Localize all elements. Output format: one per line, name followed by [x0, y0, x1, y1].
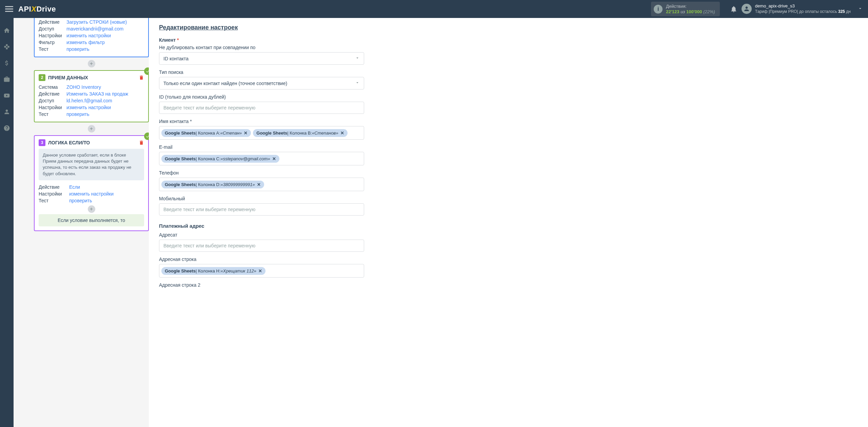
avatar-icon	[742, 4, 752, 14]
label-settings: Настройки	[39, 191, 69, 197]
tag-remove-icon[interactable]: ✕	[244, 130, 248, 136]
id-label: ID (только для поиска дублей)	[159, 94, 858, 100]
dup-value: ID контакта	[163, 56, 189, 61]
id-input[interactable]: Введите текст или выберите переменную	[159, 102, 364, 114]
add-step-button[interactable]: +	[88, 60, 95, 67]
add-step-button[interactable]: +	[88, 125, 95, 133]
addr-label: Адресат	[159, 232, 858, 238]
name-tagbox[interactable]: Google Sheets | Колонка A: «Степан»✕Goog…	[159, 126, 364, 140]
tag-remove-icon[interactable]: ✕	[340, 130, 344, 136]
variable-tag[interactable]: Google Sheets | Колонка D: «380999999991…	[161, 181, 264, 188]
trash-icon[interactable]	[139, 140, 144, 145]
step-card-3[interactable]: 3 ЛОГИКА ЕСЛИ/ТО Данное условие сработае…	[34, 135, 149, 231]
value-settings[interactable]: изменить настройки	[66, 105, 111, 110]
add-step-button[interactable]: +	[88, 205, 95, 213]
dup-label: Не дублировать контакт при совпадении по	[159, 45, 858, 50]
briefcase-icon[interactable]	[3, 76, 11, 83]
addr-line-tagbox[interactable]: Google Sheets | Колонка H: «Хрещатик 112…	[159, 264, 364, 278]
value-test[interactable]: проверить	[69, 198, 92, 203]
value-test[interactable]: проверить	[66, 111, 90, 117]
client-section-label: Клиент *	[159, 37, 858, 43]
value-settings[interactable]: изменить настройки	[69, 191, 114, 197]
name-label: Имя контакта *	[159, 119, 858, 124]
logo-post: Drive	[36, 5, 56, 13]
label-test: Тест	[39, 198, 69, 203]
chevron-down-icon	[355, 56, 360, 61]
mobile-label: Мобильный	[159, 196, 858, 201]
addr-line2-label: Адресная строка 2	[159, 282, 858, 288]
connections-icon[interactable]	[3, 43, 11, 50]
search-type-value: Только если один контакт найден (точное …	[163, 81, 287, 86]
label-access: Доступ	[39, 26, 66, 32]
user-icon[interactable]	[3, 108, 11, 116]
dup-select[interactable]: ID контакта	[159, 52, 364, 65]
addr-input[interactable]: Введите текст или выберите переменную	[159, 240, 364, 252]
logo[interactable]: APIXDrive	[18, 5, 56, 14]
value-system[interactable]: ZOHO Inventory	[66, 84, 101, 90]
email-tagbox[interactable]: Google Sheets | Колонка C: «sstepanov@gm…	[159, 152, 364, 165]
user-menu[interactable]: demo_apix-drive_s3 Тариф |Премиум PRO| д…	[742, 3, 851, 14]
tag-remove-icon[interactable]: ✕	[257, 182, 261, 187]
top-header: APIXDrive i Действия: 22'123 из 100'000 …	[0, 0, 868, 18]
variable-tag[interactable]: Google Sheets | Колонка C: «sstepanov@gm…	[161, 155, 279, 163]
condition-footer: Если условие выполняется, то	[39, 214, 144, 226]
search-type-select[interactable]: Только если один контакт найден (точное …	[159, 77, 364, 89]
value-access[interactable]: maverickandrii@gmail.com	[66, 26, 123, 32]
tag-remove-icon[interactable]: ✕	[272, 156, 276, 161]
label-access: Доступ	[39, 98, 66, 103]
label-test: Тест	[39, 46, 66, 52]
tariff-line: Тариф |Премиум PRO| до оплаты осталось 3…	[755, 9, 851, 15]
label-filter: Фильтр	[39, 40, 66, 45]
label-test: Тест	[39, 111, 66, 117]
value-access[interactable]: ld.helen.f@gmail.com	[66, 98, 112, 103]
logo-x: X	[31, 5, 36, 13]
value-action[interactable]: Если	[69, 184, 80, 190]
label-system: Система	[39, 84, 66, 90]
home-icon[interactable]	[3, 27, 11, 34]
left-rail	[0, 18, 14, 427]
trash-icon[interactable]	[139, 75, 144, 80]
info-icon: i	[654, 5, 663, 14]
step-card-2[interactable]: 2 ПРИЕМ ДАННЫХ СистемаZOHO Inventory Дей…	[34, 70, 149, 122]
steps-sidebar: СистемаGoogle Sheets ДействиеЗагрузить С…	[14, 18, 149, 427]
addr-line-label: Адресная строка	[159, 257, 858, 262]
chevron-down-icon[interactable]	[857, 6, 863, 12]
variable-tag[interactable]: Google Sheets | Колонка A: «Степан»✕	[161, 129, 251, 137]
actions-label: Действия:	[666, 4, 715, 9]
bell-icon[interactable]	[730, 5, 737, 13]
actions-total: 100'000	[686, 9, 702, 14]
search-type-label: Тип поиска	[159, 69, 858, 75]
step-card-1[interactable]: СистемаGoogle Sheets ДействиеЗагрузить С…	[34, 18, 149, 57]
variable-tag[interactable]: Google Sheets | Колонка H: «Хрещатик 112…	[161, 267, 265, 275]
label-settings: Настройки	[39, 105, 66, 110]
value-action[interactable]: Загрузить СТРОКИ (новые)	[66, 19, 127, 25]
actions-used: 22'123	[666, 9, 679, 14]
step-title: ЛОГИКА ЕСЛИ/ТО	[48, 140, 90, 145]
label-settings: Настройки	[39, 33, 66, 38]
user-name: demo_apix-drive_s3	[755, 3, 851, 9]
dollar-icon[interactable]	[3, 59, 11, 67]
tag-remove-icon[interactable]: ✕	[258, 268, 262, 273]
main-form: Редактирование настроек Клиент * Не дубл…	[149, 18, 868, 427]
email-label: E-mail	[159, 144, 858, 150]
chevron-down-icon	[355, 80, 360, 86]
label-action: Действие	[39, 184, 69, 190]
value-settings[interactable]: изменить настройки	[66, 33, 111, 38]
phone-tagbox[interactable]: Google Sheets | Колонка D: «380999999991…	[159, 178, 364, 191]
billing-header: Платежный адрес	[159, 223, 858, 229]
actions-counter[interactable]: i Действия: 22'123 из 100'000 (22%)	[651, 2, 720, 16]
variable-tag[interactable]: Google Sheets | Колонка B: «Степанов»✕	[253, 129, 347, 137]
mobile-input[interactable]: Введите текст или выберите переменную	[159, 203, 364, 216]
actions-of: из	[680, 9, 685, 14]
value-filter[interactable]: изменить фильтр	[66, 40, 105, 45]
help-icon[interactable]	[3, 124, 11, 132]
form-title: Редактирование настроек	[159, 24, 858, 31]
hamburger-menu[interactable]	[5, 5, 13, 13]
label-action: Действие	[39, 91, 66, 97]
youtube-icon[interactable]	[3, 92, 11, 99]
phone-label: Телефон	[159, 170, 858, 176]
step-number: 3	[39, 139, 45, 146]
value-test[interactable]: проверить	[66, 46, 90, 52]
label-action: Действие	[39, 19, 66, 25]
value-action[interactable]: Изменить ЗАКАЗ на продаж	[66, 91, 128, 97]
